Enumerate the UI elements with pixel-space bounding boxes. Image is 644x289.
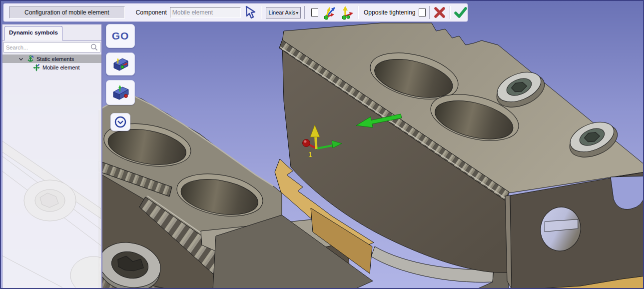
panel-tabs: Dynamic symbols: [2, 26, 101, 40]
static-element-block-button[interactable]: [106, 52, 135, 76]
symbols-tree: Static elements Mobile element: [2, 54, 101, 72]
panel-ghost-model: [2, 90, 101, 288]
axis-mode-value: Linear Axis: [269, 10, 296, 16]
opposite-tightening-label: Opposite tightening: [364, 9, 415, 16]
annotation-1-label: 1: [308, 150, 312, 158]
separator: [450, 6, 450, 19]
search-input[interactable]: [4, 44, 90, 51]
mobile-element-block-button[interactable]: [106, 80, 135, 105]
go-label: GO: [112, 30, 129, 42]
component-label: Component: [136, 9, 167, 16]
tree-item-static-elements[interactable]: Static elements: [2, 54, 101, 63]
chevron-down-icon: ▾: [296, 10, 298, 16]
block-triad-icon: [111, 56, 129, 72]
separator: [429, 6, 430, 19]
separator: [304, 6, 305, 19]
cancel-button[interactable]: [433, 5, 446, 20]
linear-axis-triad-icon[interactable]: [322, 5, 337, 20]
tree-item-label: Static elements: [36, 56, 74, 62]
axis-checkbox[interactable]: [311, 8, 318, 16]
opposite-tightening-checkbox[interactable]: [419, 8, 426, 16]
configuration-toolbar: Configuration of mobile element Componen…: [3, 3, 468, 22]
separator: [261, 6, 261, 19]
toolbar-title-label: Configuration of mobile element: [9, 6, 125, 18]
anchor-static-icon: [26, 55, 34, 63]
rotation-axis-triad-icon[interactable]: [339, 5, 354, 20]
tab-dynamic-symbols[interactable]: Dynamic symbols: [4, 26, 62, 40]
dynamic-symbols-panel: Dynamic symbols: [2, 24, 102, 289]
search-icon: [90, 44, 98, 51]
red-cross-icon: [433, 6, 446, 19]
tree-item-label: Mobile element: [42, 64, 80, 70]
application-window: 1 Configuration of mobile element Compon…: [0, 0, 644, 289]
history-button[interactable]: [110, 113, 130, 131]
block-arrow-icon: [111, 84, 130, 101]
action-button-stack: GO: [106, 24, 135, 131]
go-button[interactable]: GO: [106, 24, 135, 48]
expander-chevron-icon[interactable]: [17, 56, 24, 62]
axis-mode-select[interactable]: Linear Axis ▾: [266, 7, 301, 18]
component-input[interactable]: [170, 7, 241, 18]
clock-chevron-icon: [114, 116, 127, 128]
tree-item-mobile-element[interactable]: Mobile element: [2, 63, 101, 72]
search-box: [3, 42, 100, 52]
selection-cursor-icon[interactable]: [244, 5, 257, 20]
separator: [358, 6, 358, 19]
confirm-button[interactable]: [454, 5, 468, 20]
green-check-icon: [454, 6, 468, 19]
move-cross-icon: [32, 64, 40, 72]
